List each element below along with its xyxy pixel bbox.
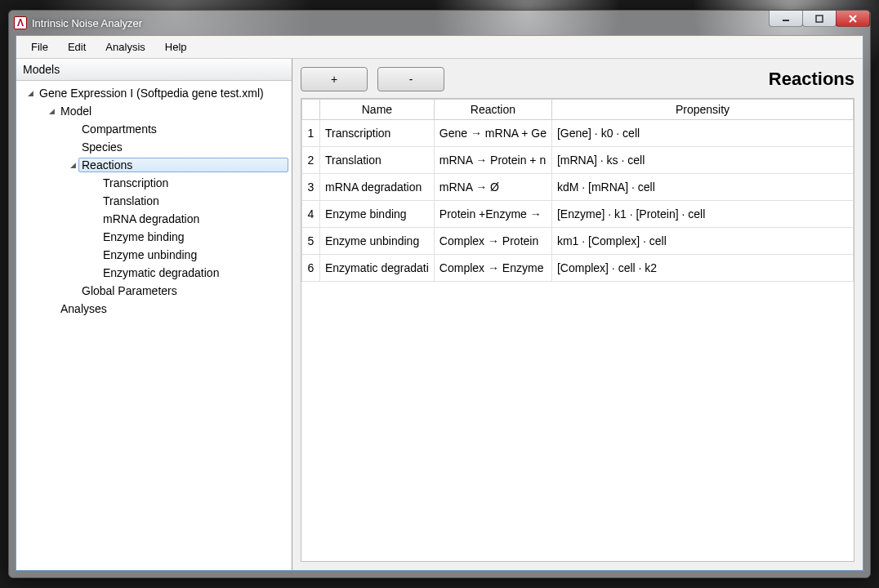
menu-edit[interactable]: Edit bbox=[58, 38, 96, 56]
collapse-icon[interactable]: ◢ bbox=[46, 107, 57, 115]
main-panel: + - Reactions Name Reaction Propensity bbox=[292, 59, 863, 570]
corner-header bbox=[302, 100, 320, 120]
row-number: 1 bbox=[302, 120, 320, 147]
col-name[interactable]: Name bbox=[320, 100, 435, 120]
row-number: 2 bbox=[302, 147, 320, 174]
maximize-icon bbox=[815, 15, 823, 23]
cell-propensity[interactable]: [Gene] · k0 · cell bbox=[551, 120, 853, 147]
tree-label: Enzyme binding bbox=[100, 229, 188, 244]
side-panel-title: Models bbox=[16, 59, 292, 81]
tree-reaction-item[interactable]: Transcription bbox=[20, 174, 288, 192]
cell-name[interactable]: mRNA degradation bbox=[320, 174, 435, 201]
app-window: Λ Intrinsic Noise Analyzer File Edit Ana… bbox=[8, 10, 871, 578]
close-button[interactable] bbox=[836, 11, 870, 27]
tree-label: Species bbox=[78, 140, 126, 154]
minimize-icon bbox=[782, 15, 790, 23]
svg-rect-1 bbox=[816, 16, 823, 22]
tree-label: Translation bbox=[100, 194, 163, 208]
table-row[interactable]: 1TranscriptionGene → mRNA + Ge[Gene] · k… bbox=[302, 120, 854, 147]
page-title: Reactions bbox=[769, 69, 854, 90]
col-propensity[interactable]: Propensity bbox=[551, 100, 853, 120]
tree-label: Gene Expression I (Softpedia gene test.x… bbox=[36, 86, 267, 100]
tree-label: Compartments bbox=[78, 122, 160, 136]
tree-model[interactable]: ◢ Model bbox=[20, 102, 288, 120]
table-row[interactable]: 4Enzyme bindingProtein +Enzyme →[Enzyme]… bbox=[302, 201, 854, 228]
tree-label: Enzyme unbinding bbox=[100, 247, 200, 262]
tree-reaction-item[interactable]: Translation bbox=[20, 192, 288, 210]
tree-label: Reactions bbox=[78, 158, 288, 172]
maximize-button[interactable] bbox=[802, 11, 837, 27]
tree-reactions[interactable]: ◢ Reactions bbox=[20, 156, 288, 174]
tree-label: Enzymatic degradation bbox=[100, 265, 222, 280]
add-button[interactable]: + bbox=[301, 67, 368, 91]
cell-propensity[interactable]: kdM · [mRNA] · cell bbox=[551, 174, 853, 201]
tree-label: Analyses bbox=[57, 301, 110, 316]
cell-reaction[interactable]: mRNA → Protein + n bbox=[434, 147, 551, 174]
reactions-table[interactable]: Name Reaction Propensity 1TranscriptionG… bbox=[301, 99, 854, 282]
minimize-button[interactable] bbox=[769, 11, 803, 27]
tree-reaction-item[interactable]: Enzymatic degradation bbox=[20, 264, 288, 282]
table-row[interactable]: 6Enzymatic degradatiComplex → Enzyme[Com… bbox=[302, 255, 854, 282]
cell-reaction[interactable]: Protein +Enzyme → bbox=[434, 201, 551, 228]
app-icon: Λ bbox=[14, 16, 27, 29]
model-tree[interactable]: ◢ Gene Expression I (Softpedia gene test… bbox=[16, 81, 292, 570]
menu-bar: File Edit Analysis Help bbox=[16, 36, 863, 59]
tree-label: Transcription bbox=[100, 176, 172, 190]
col-reaction[interactable]: Reaction bbox=[434, 100, 551, 120]
menu-analysis[interactable]: Analysis bbox=[96, 38, 154, 56]
table-row[interactable]: 5Enzyme unbindingComplex → Protein km1 ·… bbox=[302, 228, 854, 255]
tree-globals[interactable]: Global Parameters bbox=[20, 282, 288, 300]
tree-species[interactable]: Species bbox=[20, 138, 288, 156]
main-header: + - Reactions bbox=[301, 67, 854, 91]
table-row[interactable]: 3mRNA degradationmRNA → ØkdM · [mRNA] · … bbox=[302, 174, 854, 201]
tree-label: Global Parameters bbox=[78, 283, 181, 298]
cell-reaction[interactable]: Complex → Protein bbox=[434, 228, 551, 255]
tree-reaction-item[interactable]: mRNA degradation bbox=[20, 210, 288, 228]
cell-name[interactable]: Enzymatic degradati bbox=[320, 255, 435, 282]
side-panel: Models ◢ Gene Expression I (Softpedia ge… bbox=[16, 59, 292, 570]
tree-label: mRNA degradation bbox=[100, 212, 203, 226]
row-number: 4 bbox=[302, 201, 320, 228]
table-row[interactable]: 2TranslationmRNA → Protein + n[mRNA] · k… bbox=[302, 147, 854, 174]
tree-analyses[interactable]: Analyses bbox=[20, 300, 288, 318]
client-area: File Edit Analysis Help Models ◢ Gene Ex… bbox=[16, 35, 863, 571]
collapse-icon[interactable]: ◢ bbox=[25, 89, 36, 97]
cell-reaction[interactable]: Gene → mRNA + Ge bbox=[434, 120, 551, 147]
reactions-table-container: Name Reaction Propensity 1TranscriptionG… bbox=[301, 98, 854, 562]
menu-help[interactable]: Help bbox=[155, 38, 197, 56]
title-bar[interactable]: Λ Intrinsic Noise Analyzer bbox=[9, 11, 870, 35]
tree-reaction-item[interactable]: Enzyme unbinding bbox=[20, 246, 288, 264]
tree-compartments[interactable]: Compartments bbox=[20, 120, 288, 138]
close-icon bbox=[849, 15, 857, 23]
cell-name[interactable]: Enzyme unbinding bbox=[320, 228, 435, 255]
remove-button[interactable]: - bbox=[377, 67, 444, 91]
cell-propensity[interactable]: [mRNA] · ks · cell bbox=[551, 147, 853, 174]
cell-name[interactable]: Enzyme binding bbox=[320, 201, 435, 228]
tree-label: Model bbox=[57, 104, 95, 118]
window-title: Intrinsic Noise Analyzer bbox=[32, 17, 142, 29]
svg-rect-0 bbox=[783, 20, 789, 21]
cell-name[interactable]: Transcription bbox=[320, 120, 435, 147]
row-number: 6 bbox=[302, 255, 320, 282]
tree-reaction-item[interactable]: Enzyme binding bbox=[20, 228, 288, 246]
cell-reaction[interactable]: mRNA → Ø bbox=[434, 174, 551, 201]
cell-propensity[interactable]: [Enzyme] · k1 · [Protein] · cell bbox=[551, 201, 853, 228]
menu-file[interactable]: File bbox=[21, 38, 58, 56]
collapse-icon[interactable]: ◢ bbox=[67, 161, 78, 169]
tree-root[interactable]: ◢ Gene Expression I (Softpedia gene test… bbox=[20, 84, 288, 102]
cell-propensity[interactable]: [Complex] · cell · k2 bbox=[551, 255, 853, 282]
row-number: 5 bbox=[302, 228, 320, 255]
cell-reaction[interactable]: Complex → Enzyme bbox=[434, 255, 551, 282]
cell-name[interactable]: Translation bbox=[320, 147, 435, 174]
row-number: 3 bbox=[302, 174, 320, 201]
cell-propensity[interactable]: km1 · [Complex] · cell bbox=[551, 228, 853, 255]
